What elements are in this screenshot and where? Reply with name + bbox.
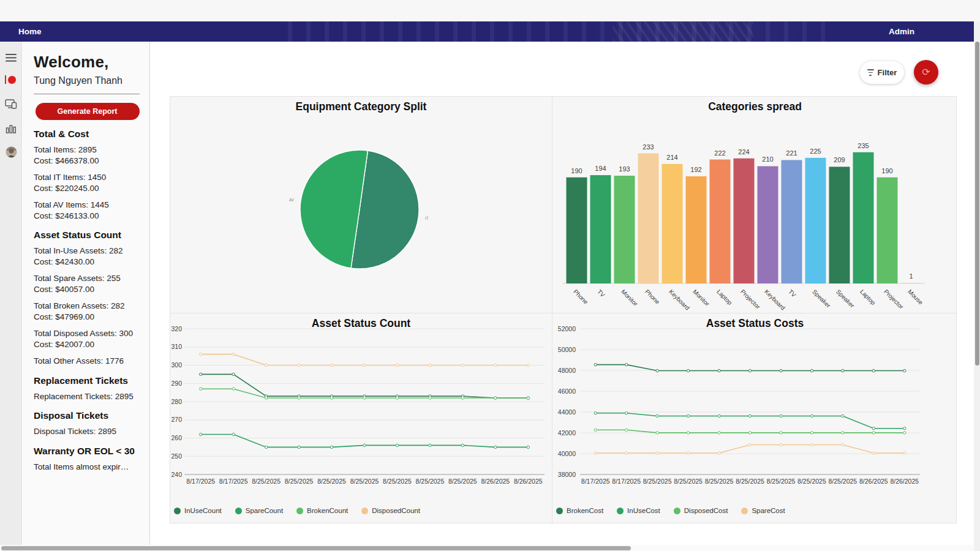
legend-item[interactable]: BrokenCost	[556, 507, 603, 514]
svg-text:Projector: Projector	[739, 288, 762, 311]
bar-chart-icon[interactable]	[0, 120, 22, 137]
legend-marker	[617, 508, 624, 514]
stat-item: Total AV Items: 1445Cost: $246133.00	[34, 200, 141, 221]
costs-line-chart-panel: Asset Status Costs 380004000042000440004…	[552, 313, 957, 524]
svg-text:Monitor: Monitor	[620, 288, 639, 308]
legend-item[interactable]: SpareCost	[741, 507, 785, 514]
panel-section-heading: Total & Cost	[34, 129, 141, 140]
stat-item: Total Items: 2895Cost: $466378.00	[34, 144, 141, 166]
svg-text:8/25/2025: 8/25/2025	[317, 478, 346, 485]
svg-text:214: 214	[666, 154, 677, 161]
svg-text:280: 280	[171, 398, 182, 405]
svg-text:8/17/2025: 8/17/2025	[581, 478, 610, 485]
legend-item[interactable]: BrokenCount	[296, 507, 348, 514]
svg-text:8/25/2025: 8/25/2025	[383, 478, 412, 485]
svg-text:8/26/2025: 8/26/2025	[514, 478, 543, 485]
horizontal-scrollbar[interactable]	[0, 545, 974, 551]
svg-text:44000: 44000	[558, 408, 576, 416]
legend-label: InUseCost	[627, 507, 660, 514]
summary-panel: Welcome, Tung Nguyen Thanh Generate Repo…	[23, 42, 150, 545]
svg-text:Monitor: Monitor	[692, 288, 711, 308]
top-gap	[0, 0, 980, 21]
legend-label: DisposedCost	[684, 507, 728, 514]
svg-text:8/25/2025: 8/25/2025	[350, 478, 379, 485]
svg-text:38000: 38000	[558, 471, 576, 478]
horizontal-scrollbar-thumb[interactable]	[1, 546, 631, 550]
svg-text:Speaker: Speaker	[835, 288, 856, 310]
main-content: Filter ⟳ Equipment Category Split ITAV C…	[151, 42, 974, 545]
svg-text:46000: 46000	[558, 388, 576, 395]
filter-icon	[867, 69, 874, 75]
legend-label: BrokenCount	[307, 507, 348, 514]
legend-marker	[296, 508, 303, 514]
svg-text:190: 190	[881, 167, 892, 174]
vertical-scrollbar[interactable]	[974, 21, 980, 551]
svg-text:193: 193	[619, 165, 630, 173]
equipment-category-split-pie: ITAV	[170, 97, 552, 313]
svg-text:8/26/2025: 8/26/2025	[481, 478, 510, 485]
svg-text:235: 235	[858, 142, 869, 149]
svg-text:8/25/2025: 8/25/2025	[252, 478, 281, 485]
welcome-user-name: Tung Nguyen Thanh	[34, 75, 141, 86]
filter-button-label: Filter	[878, 68, 897, 77]
vertical-scrollbar-thumb[interactable]	[975, 42, 979, 365]
panel-section-heading: Warranty OR EOL < 30	[34, 446, 141, 457]
panel-section-heading: Disposal Tickets	[34, 410, 141, 421]
svg-text:Laptop: Laptop	[715, 288, 734, 307]
stat-item: Total Items almost expir…	[34, 462, 141, 473]
svg-text:TV: TV	[787, 288, 797, 299]
filter-button[interactable]: Filter	[860, 61, 904, 84]
svg-text:Projector: Projector	[883, 288, 905, 311]
chart-legend: BrokenCostInUseCostDisposedCostSpareCost	[556, 507, 785, 514]
stat-item: Total IT Items: 1450Cost: $220245.00	[34, 172, 141, 193]
nav-home-link[interactable]: Home	[18, 21, 42, 42]
svg-text:8/25/2025: 8/25/2025	[416, 478, 445, 485]
asset-status-costs-lines: 3800040000420004400046000480005000052000…	[552, 313, 957, 524]
legend-item[interactable]: DisposedCost	[674, 507, 728, 514]
refresh-button[interactable]: ⟳	[914, 60, 938, 84]
refresh-icon: ⟳	[922, 67, 930, 77]
legend-marker	[174, 508, 181, 514]
nav-admin-link[interactable]: Admin	[889, 21, 914, 42]
categories-spread-bars: 190Phone194TV193Monitor233Phone214Keyboa…	[552, 97, 957, 313]
pie-chart-panel: Equipment Category Split ITAV	[170, 97, 552, 313]
stat-item: Total In-Use Assets: 282Cost: $42430.00	[34, 246, 141, 267]
legend-item[interactable]: InUseCost	[617, 507, 660, 514]
legend-label: InUseCount	[184, 507, 222, 514]
panel-divider	[34, 94, 140, 94]
svg-text:Keyboard: Keyboard	[763, 288, 786, 312]
svg-text:Laptop: Laptop	[859, 288, 877, 307]
stat-item: Disposal Tickets: 2895	[34, 426, 141, 437]
icon-rail	[0, 42, 22, 545]
svg-text:8/25/2025: 8/25/2025	[285, 478, 314, 485]
legend-label: DisposedCount	[372, 507, 420, 514]
svg-text:50000: 50000	[558, 346, 576, 353]
legend-item[interactable]: InUseCount	[174, 507, 222, 514]
svg-text:8/17/2025: 8/17/2025	[219, 478, 248, 485]
user-avatar[interactable]	[0, 143, 22, 160]
svg-text:IT: IT	[425, 216, 429, 220]
svg-text:8/26/2025: 8/26/2025	[890, 478, 919, 485]
stat-item: Total Disposed Assets: 300Cost: $42007.0…	[34, 328, 141, 350]
svg-text:52000: 52000	[558, 325, 576, 332]
active-dashboard-icon[interactable]	[0, 71, 22, 88]
svg-text:8/25/2025: 8/25/2025	[767, 478, 796, 485]
svg-text:310: 310	[171, 343, 182, 350]
devices-icon[interactable]	[0, 96, 22, 113]
stats-sections: Total & CostTotal Items: 2895Cost: $4663…	[34, 129, 141, 472]
svg-text:8/25/2025: 8/25/2025	[448, 478, 477, 485]
legend-marker	[674, 508, 680, 514]
svg-text:42000: 42000	[558, 429, 576, 437]
svg-text:190: 190	[571, 167, 582, 174]
svg-text:270: 270	[171, 416, 182, 423]
svg-text:300: 300	[171, 361, 182, 369]
menu-icon[interactable]	[0, 49, 22, 66]
svg-text:8/25/2025: 8/25/2025	[797, 478, 826, 485]
dashboard-app: Home Admin	[0, 0, 980, 551]
svg-text:210: 210	[762, 156, 773, 163]
legend-item[interactable]: DisposedCount	[361, 507, 420, 514]
legend-marker	[741, 508, 748, 514]
legend-item[interactable]: SpareCount	[235, 507, 283, 514]
svg-text:224: 224	[738, 148, 749, 156]
generate-report-button[interactable]: Generate Report	[36, 103, 140, 120]
